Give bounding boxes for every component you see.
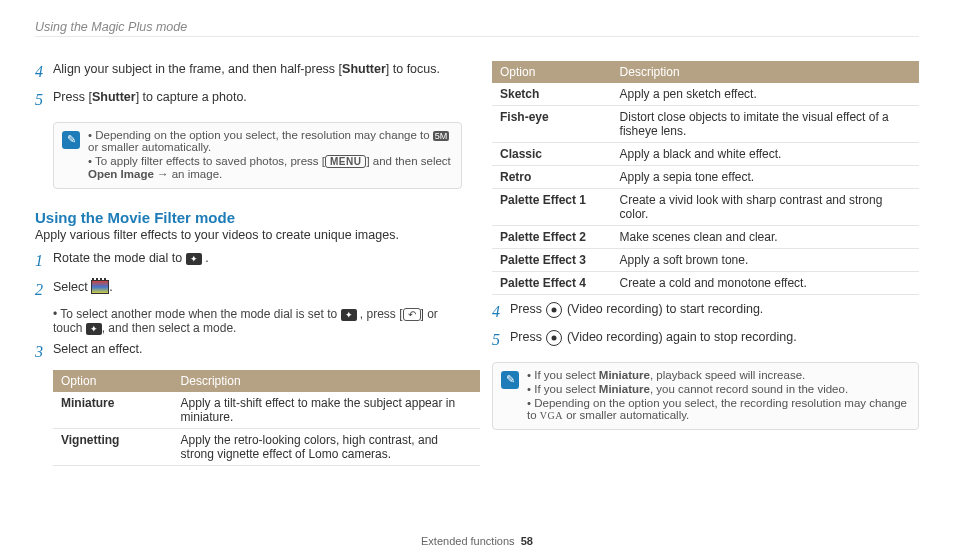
right-column: Option Description SketchApply a pen ske… <box>492 55 919 472</box>
option-cell: Sketch <box>492 83 612 106</box>
note-icon: ✎ <box>501 371 519 389</box>
table-header-row: Option Description <box>53 370 480 392</box>
resolution-chip: 5M <box>433 131 450 141</box>
option-cell: Retro <box>492 166 612 189</box>
text: , you cannot record sound in the video. <box>650 383 848 395</box>
note-item: To apply filter effects to saved photos,… <box>88 155 453 180</box>
text: (Video recording) to start recording. <box>563 302 763 316</box>
desc-cell: Create a vivid look with sharp contrast … <box>612 189 919 226</box>
movie-filter-icon <box>91 280 109 294</box>
shutter-label: Shutter <box>92 90 136 104</box>
col-description: Description <box>173 370 480 392</box>
table-row: SketchApply a pen sketch effect. <box>492 83 919 106</box>
step-text: Press (Video recording) to start recordi… <box>510 301 919 323</box>
desc-cell: Apply the retro-looking colors, high con… <box>173 428 480 465</box>
desc-cell: Apply a pen sketch effect. <box>612 83 919 106</box>
step-number: 1 <box>35 250 53 272</box>
note-list: If you select Miniature, playback speed … <box>527 369 910 423</box>
text: Press <box>510 302 545 316</box>
table-row: Palette Effect 4Create a cold and monoto… <box>492 272 919 295</box>
section-subtitle: Apply various filter effects to your vid… <box>35 228 462 242</box>
text: If you select <box>534 383 599 395</box>
note-item: Depending on the option you select, the … <box>527 397 910 421</box>
text: , playback speed will increase. <box>650 369 805 381</box>
table-row: Vignetting Apply the retro-looking color… <box>53 428 480 465</box>
sub-bullet: To select another mode when the mode dia… <box>53 307 462 335</box>
step-1: 1 Rotate the mode dial to ✦ . <box>35 250 462 272</box>
desc-cell: Distort close objects to imitate the vis… <box>612 106 919 143</box>
record-button-icon <box>546 330 562 346</box>
note-item: If you select Miniature, you cannot reco… <box>527 383 910 395</box>
text: Rotate the mode dial to <box>53 251 186 265</box>
table-row: Miniature Apply a tilt-shift effect to m… <box>53 392 480 429</box>
step-5: 5 Press [Shutter] to capture a photo. <box>35 89 462 111</box>
mode-dial-icon: ✦ <box>86 323 102 335</box>
step-number: 5 <box>492 329 510 351</box>
step-number: 3 <box>35 341 53 363</box>
col-description: Description <box>612 61 919 83</box>
option-cell: Palette Effect 1 <box>492 189 612 226</box>
page-number: 58 <box>521 535 533 547</box>
step-4-right: 4 Press (Video recording) to start recor… <box>492 301 919 323</box>
option-cell: Classic <box>492 143 612 166</box>
step-text: Select an effect. <box>53 341 462 363</box>
desc-cell: Apply a tilt-shift effect to make the su… <box>173 392 480 429</box>
option-cell: Miniature <box>53 392 173 429</box>
text: To select another mode when the mode dia… <box>60 307 340 321</box>
record-button-icon <box>546 302 562 318</box>
step-4: 4 Align your subject in the frame, and t… <box>35 61 462 83</box>
text: Press <box>510 330 545 344</box>
table-row: ClassicApply a black and white effect. <box>492 143 919 166</box>
text: Depending on the option you select, the … <box>95 129 433 141</box>
text: ] and then select <box>366 155 450 167</box>
miniature-label: Miniature <box>599 369 650 381</box>
text: , press [ <box>357 307 403 321</box>
desc-cell: Make scenes clean and clear. <box>612 226 919 249</box>
step-text: Select . <box>53 279 462 301</box>
text: To apply filter effects to saved photos,… <box>95 155 325 167</box>
option-cell: Palette Effect 3 <box>492 249 612 272</box>
text: Press [ <box>53 90 92 104</box>
text: → an image. <box>154 168 222 180</box>
text: , and then select a mode. <box>102 321 237 335</box>
mode-dial-icon: ✦ <box>341 309 357 321</box>
step-number: 5 <box>35 89 53 111</box>
text: ] to capture a photo. <box>136 90 247 104</box>
table-header-row: Option Description <box>492 61 919 83</box>
desc-cell: Apply a sepia tone effect. <box>612 166 919 189</box>
step-number: 2 <box>35 279 53 301</box>
miniature-label: Miniature <box>599 383 650 395</box>
note-icon: ✎ <box>62 131 80 149</box>
open-image-label: Open Image <box>88 168 154 180</box>
left-column: 4 Align your subject in the frame, and t… <box>35 55 462 472</box>
col-option: Option <box>53 370 173 392</box>
option-cell: Vignetting <box>53 428 173 465</box>
text: or smaller automatically. <box>563 409 689 421</box>
desc-cell: Create a cold and monotone effect. <box>612 272 919 295</box>
table-row: Fish-eyeDistort close objects to imitate… <box>492 106 919 143</box>
note-item: Depending on the option you select, the … <box>88 129 453 153</box>
step-text: Press [Shutter] to capture a photo. <box>53 89 462 111</box>
desc-cell: Apply a black and white effect. <box>612 143 919 166</box>
text: Align your subject in the frame, and the… <box>53 62 342 76</box>
option-cell: Palette Effect 4 <box>492 272 612 295</box>
breadcrumb: Using the Magic Plus mode <box>35 20 919 37</box>
shutter-label: Shutter <box>342 62 386 76</box>
mode-dial-icon: ✦ <box>186 253 202 265</box>
note-box: ✎ Depending on the option you select, th… <box>53 122 462 189</box>
option-cell: Fish-eye <box>492 106 612 143</box>
effects-table-right: Option Description SketchApply a pen ske… <box>492 61 919 295</box>
effects-table-left: Option Description Miniature Apply a til… <box>53 370 480 466</box>
step-3: 3 Select an effect. <box>35 341 462 363</box>
step-number: 4 <box>35 61 53 83</box>
text: If you select <box>534 369 599 381</box>
section-title: Using the Movie Filter mode <box>35 209 462 226</box>
desc-cell: Apply a soft brown tone. <box>612 249 919 272</box>
table-row: Palette Effect 2Make scenes clean and cl… <box>492 226 919 249</box>
step-text: Press (Video recording) again to stop re… <box>510 329 919 351</box>
note-box: ✎ If you select Miniature, playback spee… <box>492 362 919 430</box>
step-2: 2 Select . <box>35 279 462 301</box>
menu-key-icon: MENU <box>325 155 366 168</box>
step-5-right: 5 Press (Video recording) again to stop … <box>492 329 919 351</box>
step-text: Align your subject in the frame, and the… <box>53 61 462 83</box>
